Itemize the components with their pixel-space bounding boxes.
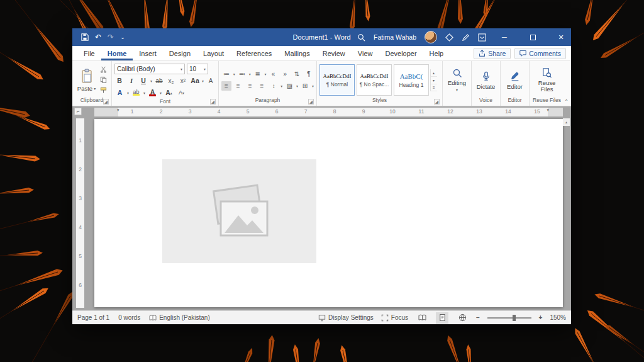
avatar[interactable]: [425, 31, 437, 43]
line-spacing-button[interactable]: ↕: [269, 81, 279, 91]
bullets-dropdown[interactable]: ▾: [233, 72, 235, 76]
line-spacing-dropdown[interactable]: ▾: [280, 84, 282, 88]
numbering-button[interactable]: ≕: [237, 69, 247, 79]
styles-pane-icon[interactable]: ≡: [431, 84, 437, 91]
zoom-in-button[interactable]: +: [539, 314, 543, 321]
editing-button[interactable]: Editing ▾: [445, 63, 469, 97]
style-card[interactable]: AaBbCcDdI¶ Normal: [319, 64, 355, 96]
print-layout-button[interactable]: [436, 312, 448, 324]
tab-review[interactable]: Review: [316, 46, 352, 60]
paste-button[interactable]: Paste▾: [75, 63, 98, 97]
tab-developer[interactable]: Developer: [379, 46, 423, 60]
pen-icon[interactable]: [462, 33, 470, 42]
styles-scroll-up-icon[interactable]: ▴: [431, 69, 437, 77]
zoom-slider[interactable]: [487, 317, 531, 319]
sort-button[interactable]: ⇅: [292, 69, 302, 79]
shrink-font-button[interactable]: A▾: [176, 88, 187, 98]
italic-button[interactable]: I: [126, 76, 136, 86]
tab-design[interactable]: Design: [163, 46, 197, 60]
subscript-button[interactable]: x₂: [166, 76, 176, 86]
grow-font-button[interactable]: A▴: [164, 88, 174, 98]
justify-button[interactable]: ≡: [257, 81, 267, 91]
bold-button[interactable]: B: [114, 76, 125, 86]
save-icon[interactable]: [81, 33, 89, 41]
borders-dropdown[interactable]: ▾: [312, 84, 314, 88]
dictate-button[interactable]: Dictate: [474, 63, 497, 97]
tab-help[interactable]: Help: [423, 46, 450, 60]
focus-button[interactable]: Focus: [381, 314, 408, 322]
bullets-button[interactable]: ≔: [221, 69, 231, 79]
display-settings-button[interactable]: Display Settings: [318, 314, 374, 322]
align-left-button[interactable]: ≡: [221, 81, 231, 91]
ribbon-display-options-icon[interactable]: [478, 33, 486, 42]
image-placeholder[interactable]: [162, 159, 316, 263]
font-family-combo[interactable]: Calibri (Body)▾: [114, 64, 185, 74]
page-indicator[interactable]: Page 1 of 1: [77, 314, 109, 321]
font-color-button[interactable]: A: [147, 88, 158, 98]
style-card[interactable]: AaBbC(Heading 1: [394, 64, 429, 96]
language-indicator[interactable]: English (Pakistan): [149, 314, 210, 321]
underline-dropdown[interactable]: ▾: [150, 79, 152, 83]
change-case-dropdown[interactable]: ▾: [202, 79, 204, 83]
maximize-button[interactable]: [523, 28, 543, 46]
collapse-ribbon-icon[interactable]: ⌃: [564, 99, 569, 105]
read-mode-button[interactable]: [416, 312, 428, 324]
increase-indent-button[interactable]: »: [280, 69, 290, 79]
superscript-button[interactable]: x²: [178, 76, 188, 86]
font-size-combo[interactable]: 10▾: [187, 64, 208, 74]
tab-file[interactable]: File: [77, 46, 101, 60]
tab-mailings[interactable]: Mailings: [278, 46, 316, 60]
copy-icon[interactable]: [98, 75, 109, 84]
close-button[interactable]: ✕: [551, 28, 571, 46]
tab-selector[interactable]: ⌐: [74, 108, 82, 115]
underline-button[interactable]: U: [138, 76, 148, 86]
reuse-files-button[interactable]: Reuse Files: [532, 63, 562, 97]
web-layout-button[interactable]: [456, 312, 469, 324]
shading-dropdown[interactable]: ▾: [296, 84, 298, 88]
styles-scroll-down-icon[interactable]: ▾: [431, 77, 437, 84]
editor-button[interactable]: Editor: [503, 63, 526, 97]
format-painter-icon[interactable]: [98, 86, 109, 95]
indent-marker-right[interactable]: ▾: [547, 108, 549, 113]
document-page[interactable]: [94, 119, 563, 307]
numbering-dropdown[interactable]: ▾: [249, 72, 251, 76]
decrease-indent-button[interactable]: «: [269, 69, 279, 79]
tab-insert[interactable]: Insert: [133, 46, 163, 60]
text-effects-dropdown[interactable]: ▾: [127, 91, 129, 95]
text-effects-button[interactable]: A: [114, 88, 125, 98]
customize-qat-icon[interactable]: ⌄: [120, 35, 125, 40]
align-right-button[interactable]: ≡: [245, 81, 255, 91]
clipboard-dialog-launcher[interactable]: ◢: [103, 99, 109, 105]
redo-icon[interactable]: ↷: [108, 33, 114, 41]
highlight-dropdown[interactable]: ▾: [143, 91, 145, 95]
show-formatting-button[interactable]: ¶: [304, 69, 314, 79]
change-case-button[interactable]: Aa: [190, 76, 200, 86]
clear-formatting-button[interactable]: A: [206, 76, 216, 86]
scroll-up-icon[interactable]: ▴: [563, 118, 570, 126]
align-center-button[interactable]: ≡: [233, 81, 243, 91]
tab-view[interactable]: View: [352, 46, 379, 60]
tab-references[interactable]: References: [230, 46, 278, 60]
tab-layout[interactable]: Layout: [197, 46, 230, 60]
search-icon[interactable]: [357, 33, 365, 42]
borders-button[interactable]: ⊞: [300, 81, 310, 91]
comments-button[interactable]: Comments: [514, 48, 566, 59]
presence-diamond-icon[interactable]: [445, 33, 453, 42]
share-button[interactable]: Share: [474, 48, 511, 59]
zoom-out-button[interactable]: –: [476, 314, 480, 321]
account-name[interactable]: Fatima Wahab: [374, 33, 416, 41]
tab-home[interactable]: Home: [101, 46, 133, 60]
highlight-button[interactable]: ab: [131, 88, 142, 98]
paragraph-dialog-launcher[interactable]: ◢: [308, 99, 314, 105]
font-dialog-launcher[interactable]: ◢: [210, 99, 216, 105]
undo-icon[interactable]: ↶: [95, 33, 101, 41]
strikethrough-button[interactable]: ab: [154, 76, 164, 86]
minimize-button[interactable]: ─: [494, 28, 514, 46]
font-color-dropdown[interactable]: ▾: [160, 91, 162, 95]
indent-marker-left[interactable]: ▾: [117, 108, 119, 113]
zoom-slider-thumb[interactable]: [513, 315, 516, 321]
multilevel-dropdown[interactable]: ▾: [265, 72, 267, 76]
word-count[interactable]: 0 words: [118, 314, 140, 321]
style-card[interactable]: AaBbCcDdI¶ No Spac...: [357, 64, 392, 96]
shading-button[interactable]: ▨: [284, 81, 294, 91]
